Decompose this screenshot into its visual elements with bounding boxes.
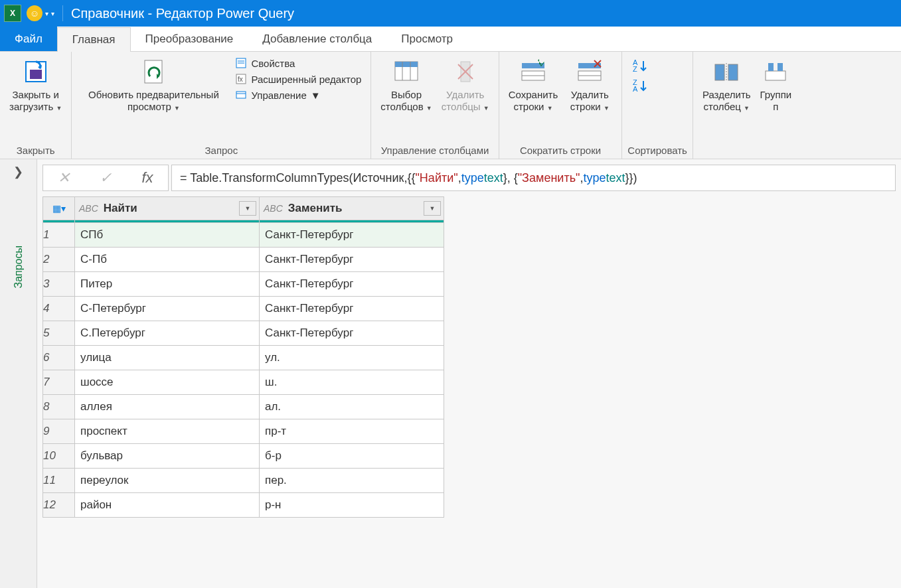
- row-number[interactable]: 12: [43, 493, 75, 518]
- column-header-replace[interactable]: ABC Заменить ▼: [260, 197, 444, 220]
- cell[interactable]: пер.: [260, 469, 444, 493]
- formula-cancel-button[interactable]: ✕: [52, 169, 75, 186]
- row-number[interactable]: 11: [43, 469, 75, 493]
- keep-rows-button[interactable]: ✓ Сохранить строки ▼: [505, 54, 562, 115]
- qat-dropdown-2[interactable]: ▾: [51, 10, 54, 17]
- cell[interactable]: Питер: [75, 272, 260, 297]
- cell[interactable]: р-н: [260, 493, 444, 518]
- title-bar: X ☺ ▾ ▾ Справочник - Редактор Power Quer…: [0, 0, 901, 27]
- cell[interactable]: С.Петербург: [75, 321, 260, 346]
- smiley-icon[interactable]: ☺: [27, 5, 42, 21]
- table-icon: ▦▾: [43, 203, 74, 214]
- cell[interactable]: б-р: [260, 444, 444, 469]
- row-number[interactable]: 9: [43, 419, 75, 444]
- svg-rect-33: [768, 63, 774, 71]
- cell[interactable]: Санкт-Петербург: [260, 248, 444, 272]
- row-number[interactable]: 1: [43, 223, 75, 248]
- remove-columns-button[interactable]: Удалить столбцы ▼: [438, 54, 493, 115]
- ribbon-group-query-label: Запрос: [77, 143, 365, 157]
- cell[interactable]: ул.: [260, 346, 444, 370]
- remove-columns-icon: [451, 57, 480, 86]
- advanced-editor-icon: fx: [235, 73, 247, 85]
- cell[interactable]: С-Петербург: [75, 297, 260, 321]
- group-by-label: Группи п: [760, 89, 792, 113]
- filter-button[interactable]: ▼: [424, 201, 441, 216]
- row-number[interactable]: 7: [43, 370, 75, 395]
- table-row[interactable]: 2С-ПбСанкт-Петербург: [43, 248, 444, 272]
- table-row[interactable]: 8аллеяал.: [43, 395, 444, 419]
- table-row[interactable]: 12районр-н: [43, 493, 444, 518]
- table-row[interactable]: 7шоссеш.: [43, 370, 444, 395]
- qat-dropdown[interactable]: ▾: [45, 10, 48, 17]
- formula-input[interactable]: = Table.TransformColumnTypes(Источник,{{…: [171, 165, 896, 191]
- advanced-editor-button[interactable]: fx Расширенный редактор: [231, 72, 365, 86]
- data-grid-wrap: ▦▾ ABC Найти ▼ ABC Заме: [37, 194, 901, 520]
- tab-view[interactable]: Просмотр: [386, 27, 467, 51]
- cell[interactable]: Санкт-Петербург: [260, 223, 444, 248]
- close-load-button[interactable]: Закрыть и загрузить ▼: [5, 54, 66, 115]
- formula-fx-button[interactable]: fx: [136, 169, 158, 186]
- cell[interactable]: СПб: [75, 223, 260, 248]
- close-load-label: Закрыть и загрузить ▼: [9, 89, 62, 113]
- refresh-preview-button[interactable]: Обновить предварительный просмотр ▼: [77, 54, 230, 115]
- data-grid[interactable]: ▦▾ ABC Найти ▼ ABC Заме: [42, 196, 444, 518]
- choose-columns-button[interactable]: Выбор столбцов ▼: [376, 54, 436, 115]
- sort-asc-button[interactable]: AZ: [631, 58, 650, 76]
- tab-file[interactable]: Файл: [0, 27, 57, 51]
- keep-rows-label: Сохранить строки ▼: [509, 89, 558, 113]
- formula-accept-button[interactable]: ✓: [94, 169, 117, 186]
- group-by-button[interactable]: Группи п: [756, 54, 796, 115]
- row-number[interactable]: 8: [43, 395, 75, 419]
- svg-text:A: A: [633, 85, 638, 93]
- row-number[interactable]: 3: [43, 272, 75, 297]
- tab-home[interactable]: Главная: [57, 27, 131, 52]
- title-divider: [62, 5, 63, 21]
- cell[interactable]: бульвар: [75, 444, 260, 469]
- cell[interactable]: С-Пб: [75, 248, 260, 272]
- table-row[interactable]: 9проспектпр-т: [43, 419, 444, 444]
- remove-columns-label: Удалить столбцы ▼: [442, 89, 489, 113]
- row-number[interactable]: 4: [43, 297, 75, 321]
- cell[interactable]: переулок: [75, 469, 260, 493]
- row-number[interactable]: 6: [43, 346, 75, 370]
- cell[interactable]: район: [75, 493, 260, 518]
- cell[interactable]: ш.: [260, 370, 444, 395]
- cell[interactable]: ал.: [260, 395, 444, 419]
- tab-add-column[interactable]: Добавление столбца: [248, 27, 386, 51]
- sort-desc-button[interactable]: ZA: [631, 78, 650, 96]
- manage-button[interactable]: Управление ▼: [231, 88, 365, 102]
- tab-transform[interactable]: Преобразование: [131, 27, 248, 51]
- filter-button[interactable]: ▼: [239, 201, 256, 216]
- choose-columns-icon: [392, 57, 421, 86]
- table-row[interactable]: 4С-ПетербургСанкт-Петербург: [43, 297, 444, 321]
- cell[interactable]: проспект: [75, 419, 260, 444]
- sidebar-expand-button[interactable]: ❯: [13, 165, 23, 179]
- split-column-button[interactable]: Разделить столбец ▼: [698, 54, 755, 115]
- row-number[interactable]: 2: [43, 248, 75, 272]
- cell[interactable]: пр-т: [260, 419, 444, 444]
- remove-rows-button[interactable]: Удалить строки ▼: [563, 54, 616, 115]
- row-number[interactable]: 10: [43, 444, 75, 469]
- table-row[interactable]: 11переулокпер.: [43, 469, 444, 493]
- remove-rows-label: Удалить строки ▼: [570, 89, 610, 113]
- advanced-editor-label: Расширенный редактор: [251, 74, 361, 85]
- row-number[interactable]: 5: [43, 321, 75, 346]
- excel-icon: X: [4, 5, 21, 22]
- cell[interactable]: Санкт-Петербург: [260, 272, 444, 297]
- grid-corner[interactable]: ▦▾: [43, 197, 75, 220]
- cell[interactable]: улица: [75, 346, 260, 370]
- table-row[interactable]: 3ПитерСанкт-Петербург: [43, 272, 444, 297]
- table-row[interactable]: 1СПбСанкт-Петербург: [43, 223, 444, 248]
- svg-rect-34: [778, 63, 783, 71]
- svg-rect-30: [728, 64, 738, 80]
- ribbon-group-close-label: Закрыть: [5, 143, 66, 157]
- table-row[interactable]: 10бульварб-р: [43, 444, 444, 469]
- properties-button[interactable]: Свойства: [231, 56, 365, 70]
- cell[interactable]: Санкт-Петербург: [260, 297, 444, 321]
- cell[interactable]: аллея: [75, 395, 260, 419]
- table-row[interactable]: 6улицаул.: [43, 346, 444, 370]
- cell[interactable]: шоссе: [75, 370, 260, 395]
- table-row[interactable]: 5С.ПетербургСанкт-Петербург: [43, 321, 444, 346]
- column-header-find[interactable]: ABC Найти ▼: [75, 197, 260, 220]
- cell[interactable]: Санкт-Петербург: [260, 321, 444, 346]
